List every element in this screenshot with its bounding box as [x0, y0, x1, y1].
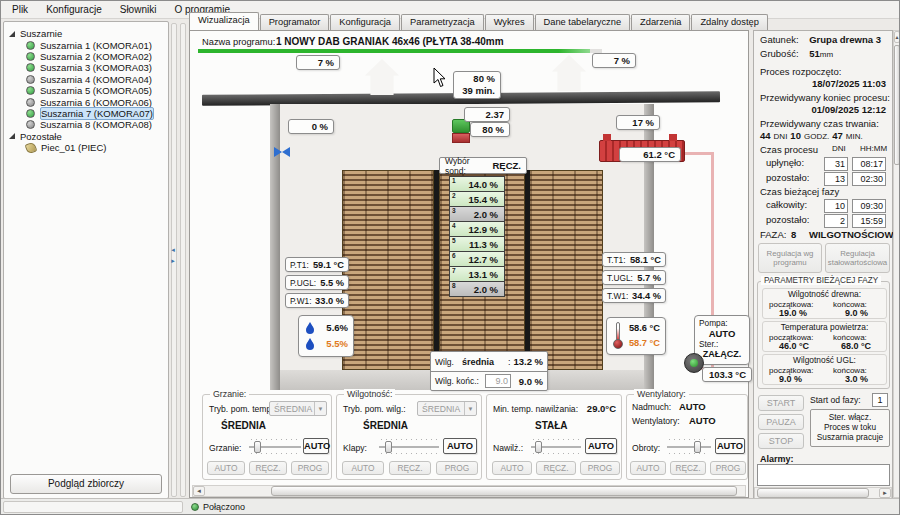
scroll-left-icon[interactable] — [193, 486, 205, 496]
scrollbar-thumb[interactable] — [894, 45, 900, 165]
fans-prog-button[interactable]: PROG — [710, 461, 746, 475]
main-hscrollbar[interactable] — [192, 485, 746, 497]
tree-item-suszarnia-3[interactable]: Suszarnia 3 (KOMORA03) — [8, 62, 164, 73]
slider-thumb[interactable] — [535, 441, 542, 453]
humidity-recz-button[interactable]: RĘCZ. — [389, 461, 431, 475]
heating-slider[interactable] — [249, 439, 301, 454]
probe-select-value: RĘCZ. — [493, 160, 522, 171]
heating-recz-button[interactable]: RĘCZ. — [249, 461, 287, 475]
tab-programator[interactable]: Programator — [260, 14, 330, 30]
tab-dane-tabelaryczne[interactable]: Dane tabelaryczne — [535, 14, 631, 30]
tree-item-piec[interactable]: Piec_01 (PIEC) — [8, 142, 164, 153]
expander-icon[interactable] — [9, 133, 15, 139]
slider-thumb[interactable] — [254, 441, 261, 453]
expander-icon[interactable] — [9, 31, 15, 37]
heating-prog-button[interactable]: PROG — [291, 461, 329, 475]
process-start-datetime: 18/07/2025 11:03 — [760, 78, 886, 89]
humidity-mode-select[interactable]: ŚREDNIA — [417, 401, 477, 416]
fans-slider[interactable] — [667, 439, 711, 454]
scroll-up-icon[interactable] — [894, 31, 900, 43]
tree-item-suszarnia-5[interactable]: Suszarnia 5 (KOMORA05) — [8, 85, 164, 96]
connection-status: Połączono — [203, 502, 245, 512]
pump-mode: AUTO — [699, 328, 745, 339]
slider-thumb[interactable] — [385, 441, 392, 453]
elapsed-time-field: 08:17 — [852, 157, 886, 171]
cursor-icon — [433, 67, 447, 88]
collapse-right-icon[interactable] — [169, 257, 177, 265]
tree-item-suszarnia-1[interactable]: Suszarnia 1 (KOMORA01) — [8, 39, 164, 50]
tab-zdarzenia[interactable]: Zdarzenia — [631, 14, 690, 30]
probe-row-8[interactable]: 82.0 % — [449, 281, 505, 297]
process-duration: 44DNI 10GODZ. 47MIN. — [760, 130, 886, 141]
spraying-auto-button[interactable]: AUTO — [492, 461, 532, 475]
fans-recz-button[interactable]: RĘCZ. — [670, 461, 706, 475]
spraying-recz-button[interactable]: RĘCZ. — [536, 461, 576, 475]
probe-row-6[interactable]: 612.7 % — [449, 251, 505, 267]
heating-auto-indicator[interactable]: AUTO — [303, 438, 329, 454]
return-temp-badge: 103.3 °C — [702, 367, 752, 382]
probe-row-4[interactable]: 412.9 % — [449, 221, 505, 237]
probe-select-box[interactable]: Wybór sond: RĘCZ. — [439, 157, 527, 174]
alarms-listbox[interactable] — [757, 464, 890, 486]
humidity-final-input[interactable]: 9.0 — [485, 374, 511, 388]
status-dot-icon — [26, 86, 35, 95]
regulation-constant-button[interactable]: Regulacja stałowartościowa — [825, 243, 890, 273]
fans-auto-indicator[interactable]: AUTO — [715, 438, 745, 454]
tab-zdalny-dostep[interactable]: Zdalny dostęp — [691, 14, 767, 30]
water-drop-icon — [306, 342, 314, 350]
probe-row-3[interactable]: 32.0 % — [449, 206, 505, 222]
humidity-auto-button[interactable]: AUTO — [342, 461, 384, 475]
tree-item-suszarnia-2[interactable]: Suszarnia 2 (KOMORA02) — [8, 51, 164, 62]
menu-plik[interactable]: Plik — [3, 2, 37, 17]
main-vscrollbar[interactable] — [893, 30, 900, 498]
probe-row-2[interactable]: 215.4 % — [449, 191, 505, 207]
scrollbar-thumb[interactable] — [271, 486, 737, 496]
probe-row-1[interactable]: 114.0 % — [449, 176, 505, 192]
tab-wykres[interactable]: Wykres — [485, 14, 534, 30]
pause-button[interactable]: PAUZA — [758, 414, 804, 430]
spraying-prog-button[interactable]: PROG — [580, 461, 620, 475]
tab-parametryzacja[interactable]: Parametryzacja — [401, 14, 484, 30]
fans-auto-button[interactable]: AUTO — [630, 461, 666, 475]
regulation-program-button[interactable]: Regulacja wg programu — [758, 243, 822, 273]
exhaust-badge: 80 %39 min. — [453, 71, 501, 99]
menu-konfiguracje[interactable]: Konfiguracje — [37, 2, 111, 17]
status-dot-icon — [26, 75, 35, 84]
humidity-slider[interactable] — [379, 439, 439, 454]
tree-item-suszarnia-4[interactable]: Suszarnia 4 (KOMORA04) — [8, 74, 164, 85]
menu-slowniki[interactable]: Słowniki — [111, 2, 166, 17]
heater-stub — [669, 134, 677, 141]
spraying-auto-indicator[interactable]: AUTO — [585, 438, 617, 454]
tree-item-suszarnia-7-selected[interactable]: Suszarnia 7 (KOMORA07) — [8, 108, 164, 119]
start-button[interactable]: START — [758, 395, 804, 411]
tree-group-suszarnie[interactable]: Suszarnie — [8, 28, 164, 39]
overview-button[interactable]: Podgląd zbiorczy — [10, 474, 162, 494]
humidity-auto-indicator[interactable]: AUTO — [443, 438, 477, 454]
slider-thumb[interactable] — [694, 441, 701, 453]
spraying-slider[interactable] — [531, 439, 581, 454]
heating-auto-button[interactable]: AUTO — [207, 461, 245, 475]
scroll-right-icon[interactable] — [879, 488, 891, 498]
phase-total-time-field: 09:30 — [852, 199, 886, 213]
vent-left-badge: 0 % — [288, 119, 334, 134]
status-dot-icon — [26, 52, 35, 61]
water-valve-icon — [274, 147, 282, 157]
collapse-left-icon[interactable] — [169, 246, 177, 254]
heating-mode-select[interactable]: ŚREDNIA — [269, 401, 327, 416]
tab-wizualizacja[interactable]: Wizualizacja — [189, 12, 259, 30]
thermometer-icon — [613, 322, 623, 348]
humidity-avg-value: 13.2 % — [513, 356, 543, 367]
splitter-bar-2[interactable] — [180, 23, 186, 497]
scrollbar-thumb[interactable] — [757, 488, 869, 498]
probe-row-7[interactable]: 713.1 % — [449, 266, 505, 282]
chevron-down-icon — [464, 402, 476, 415]
probe-row-5[interactable]: 511.3 % — [449, 236, 505, 252]
water-drop-icon — [306, 326, 314, 334]
humidity-prog-button[interactable]: PROG — [436, 461, 478, 475]
thermometer-box: 58.6 °C 58.7 °C — [606, 317, 666, 355]
stop-button[interactable]: STOP — [758, 433, 804, 449]
tab-konfiguracja[interactable]: Konfiguracja — [330, 14, 400, 30]
tree-item-suszarnia-8[interactable]: Suszarnia 8 (KOMORA08) — [8, 119, 164, 130]
tree-group-pozostale[interactable]: Pozostałe — [8, 131, 164, 142]
start-phase-input[interactable]: 1 — [872, 393, 888, 407]
